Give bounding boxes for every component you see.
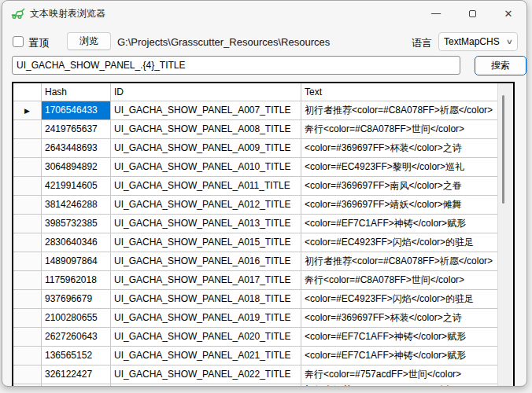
hash-cell[interactable]: 2627260643 <box>42 328 111 347</box>
row-header-cell[interactable] <box>13 233 42 252</box>
row-header-cell[interactable] <box>13 252 42 271</box>
table-row[interactable]: 326122427UI_GACHA_SHOW_PANEL_A022_TITLE奔… <box>13 365 497 384</box>
text-cell[interactable]: 奔行<color=#C8A078FF>世间</color> <box>301 120 497 139</box>
search-input[interactable] <box>12 56 460 75</box>
text-cell[interactable]: <color=#EC4923FF>闪焰</color>的驻足 <box>301 290 497 309</box>
hash-cell[interactable]: 2643448693 <box>42 139 111 158</box>
table-row[interactable]: 3814246288UI_GACHA_SHOW_PANEL_A012_TITLE… <box>13 196 497 215</box>
text-cell[interactable]: 初行者推荐<color=#C8A078FF>祈愿</color> <box>301 101 497 120</box>
table-row[interactable]: 2419765637UI_GACHA_SHOW_PANEL_A008_TITLE… <box>13 120 497 139</box>
text-cell[interactable]: <color=#369697FF>靖妖</color>傩舞 <box>301 196 497 215</box>
hash-cell[interactable]: 3814246288 <box>42 196 111 215</box>
text-cell[interactable]: <color=#369697FF>杯装</color>之诗 <box>301 309 497 328</box>
hash-cell[interactable]: 3985732385 <box>42 215 111 233</box>
table-row[interactable]: 2643448693UI_GACHA_SHOW_PANEL_A009_TITLE… <box>13 139 497 158</box>
id-cell[interactable]: UI_GACHA_SHOW_PANEL_A016_TITLE <box>111 252 301 271</box>
row-header-cell[interactable] <box>13 271 42 290</box>
id-cell[interactable] <box>111 384 301 387</box>
column-header-hash[interactable]: Hash <box>42 83 111 101</box>
hash-cell[interactable]: 3064894892 <box>42 158 111 177</box>
text-cell[interactable]: 初行者推荐<color=#C8A078FF>祈愿</color> <box>301 384 497 387</box>
hash-cell[interactable]: 937696679 <box>42 290 111 309</box>
id-cell[interactable]: UI_GACHA_SHOW_PANEL_A020_TITLE <box>111 328 301 347</box>
table-row[interactable]: 3064894892UI_GACHA_SHOW_PANEL_A010_TITLE… <box>13 158 497 177</box>
hash-cell[interactable]: 4219914605 <box>42 177 111 196</box>
close-icon: ✕ <box>504 8 513 20</box>
resources-path: G:\Projects\Grasscutter_Resources\Resour… <box>117 36 330 48</box>
row-header-cell[interactable] <box>13 328 42 347</box>
id-cell[interactable]: UI_GACHA_SHOW_PANEL_A022_TITLE <box>111 365 301 384</box>
table-row[interactable]: ▶1706546433UI_GACHA_SHOW_PANEL_A007_TITL… <box>13 101 497 120</box>
row-header-cell[interactable] <box>13 309 42 328</box>
id-cell[interactable]: UI_GACHA_SHOW_PANEL_A008_TITLE <box>111 120 301 139</box>
row-header-cell[interactable] <box>13 347 42 365</box>
row-header-cell[interactable]: ▶ <box>13 101 42 120</box>
id-cell[interactable]: UI_GACHA_SHOW_PANEL_A021_TITLE <box>111 347 301 365</box>
id-cell[interactable]: UI_GACHA_SHOW_PANEL_A009_TITLE <box>111 139 301 158</box>
row-header-cell[interactable] <box>13 139 42 158</box>
hash-cell[interactable]: 2100280655 <box>42 309 111 328</box>
maximize-button[interactable] <box>454 1 490 26</box>
id-cell[interactable]: UI_GACHA_SHOW_PANEL_A010_TITLE <box>111 158 301 177</box>
text-cell[interactable]: <color=#EC4923FF>黎明</color>巡礼 <box>301 158 497 177</box>
text-cell[interactable]: <color=#EC4923FF>闪焰</color>的驻足 <box>301 233 497 252</box>
id-cell[interactable]: UI_GACHA_SHOW_PANEL_A015_TITLE <box>111 233 301 252</box>
vertical-scrollbar[interactable] <box>497 83 513 386</box>
hash-cell[interactable]: 326122427 <box>42 365 111 384</box>
table-row[interactable]: 初行者推荐<color=#C8A078FF>祈愿</color> <box>13 384 497 387</box>
hash-cell[interactable]: 2830640346 <box>42 233 111 252</box>
id-cell[interactable]: UI_GACHA_SHOW_PANEL_A017_TITLE <box>111 271 301 290</box>
hash-cell[interactable] <box>42 384 111 387</box>
table-row[interactable]: 1175962018UI_GACHA_SHOW_PANEL_A017_TITLE… <box>13 271 497 290</box>
row-header-cell[interactable] <box>13 177 42 196</box>
text-cell[interactable]: <color=#EF7C1AFF>神铸</color>赋形 <box>301 347 497 365</box>
title-bar[interactable]: 文本映射表浏览器 — ✕ <box>2 1 526 26</box>
text-cell[interactable]: 奔行<color=#757acdFF>世间</color> <box>301 365 497 384</box>
table-row[interactable]: 4219914605UI_GACHA_SHOW_PANEL_A011_TITLE… <box>13 177 497 196</box>
minimize-button[interactable]: — <box>418 1 454 26</box>
table-row[interactable]: 136565152UI_GACHA_SHOW_PANEL_A021_TITLE<… <box>13 347 497 365</box>
text-cell[interactable]: <color=#369697FF>杯装</color>之诗 <box>301 139 497 158</box>
browse-button-label: 浏览 <box>79 35 98 48</box>
maximize-icon <box>469 10 476 17</box>
hash-cell[interactable]: 2419765637 <box>42 120 111 139</box>
column-header-text[interactable]: Text <box>301 83 497 101</box>
browse-button[interactable]: 浏览 <box>67 32 111 50</box>
row-header-column[interactable] <box>13 83 42 101</box>
row-header-cell[interactable] <box>13 120 42 139</box>
id-cell[interactable]: UI_GACHA_SHOW_PANEL_A019_TITLE <box>111 309 301 328</box>
table-row[interactable]: 1489097864UI_GACHA_SHOW_PANEL_A016_TITLE… <box>13 252 497 271</box>
row-header-cell[interactable] <box>13 215 42 233</box>
scrollbar-thumb[interactable] <box>502 95 504 204</box>
text-cell[interactable]: <color=#EF7C1AFF>神铸</color>赋形 <box>301 328 497 347</box>
hash-cell[interactable]: 136565152 <box>42 347 111 365</box>
hash-cell[interactable]: 1175962018 <box>42 271 111 290</box>
id-cell[interactable]: UI_GACHA_SHOW_PANEL_A007_TITLE <box>111 101 301 120</box>
id-cell[interactable]: UI_GACHA_SHOW_PANEL_A013_TITLE <box>111 215 301 233</box>
selected-cell[interactable]: 1706546433 <box>42 101 111 120</box>
pin-on-top-checkbox[interactable] <box>13 36 24 47</box>
row-header-cell[interactable] <box>13 384 42 387</box>
table-row[interactable]: 2627260643UI_GACHA_SHOW_PANEL_A020_TITLE… <box>13 328 497 347</box>
table-body: ▶1706546433UI_GACHA_SHOW_PANEL_A007_TITL… <box>13 101 513 387</box>
row-header-cell[interactable] <box>13 196 42 215</box>
close-button[interactable]: ✕ <box>490 1 526 26</box>
row-header-cell[interactable] <box>13 290 42 309</box>
text-cell[interactable]: 奔行<color=#C8A078FF>世间</color> <box>301 271 497 290</box>
table-row[interactable]: 937696679UI_GACHA_SHOW_PANEL_A018_TITLE<… <box>13 290 497 309</box>
table-row[interactable]: 2830640346UI_GACHA_SHOW_PANEL_A015_TITLE… <box>13 233 497 252</box>
language-dropdown[interactable]: TextMapCHS ∨ <box>438 32 518 51</box>
table-row[interactable]: 3985732385UI_GACHA_SHOW_PANEL_A013_TITLE… <box>13 215 497 233</box>
table-row[interactable]: 2100280655UI_GACHA_SHOW_PANEL_A019_TITLE… <box>13 309 497 328</box>
text-cell[interactable]: <color=#EF7C1AFF>神铸</color>赋形 <box>301 215 497 233</box>
text-cell[interactable]: <color=#369697FF>南风</color>之眷 <box>301 177 497 196</box>
row-header-cell[interactable] <box>13 365 42 384</box>
id-cell[interactable]: UI_GACHA_SHOW_PANEL_A012_TITLE <box>111 196 301 215</box>
row-header-cell[interactable] <box>13 158 42 177</box>
search-button[interactable]: 搜索 <box>475 56 526 75</box>
id-cell[interactable]: UI_GACHA_SHOW_PANEL_A011_TITLE <box>111 177 301 196</box>
text-cell[interactable]: 初行者推荐<color=#C8A078FF>祈愿</color> <box>301 252 497 271</box>
id-cell[interactable]: UI_GACHA_SHOW_PANEL_A018_TITLE <box>111 290 301 309</box>
column-header-id[interactable]: ID <box>111 83 301 101</box>
hash-cell[interactable]: 1489097864 <box>42 252 111 271</box>
